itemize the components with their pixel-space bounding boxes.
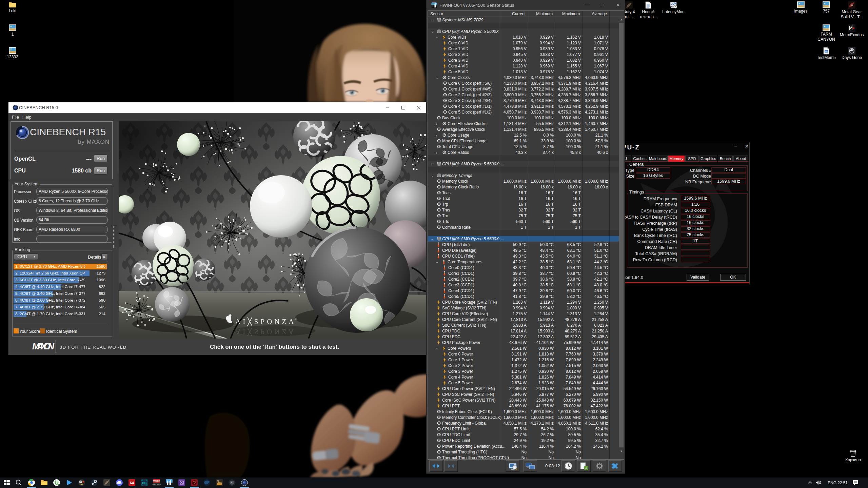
svg-text:64: 64 xyxy=(130,481,134,485)
svg-text:®: ® xyxy=(295,318,297,321)
svg-text:AI╳SPONZA: AI╳SPONZA xyxy=(235,327,296,336)
svg-text:MEETER: MEETER xyxy=(153,484,161,486)
svg-text:MAXON: MAXON xyxy=(32,341,55,351)
svg-text:AI╳SPONZA: AI╳SPONZA xyxy=(235,317,296,326)
svg-text:BG: BG xyxy=(142,481,147,485)
svg-text:VOICE: VOICE xyxy=(153,480,160,482)
